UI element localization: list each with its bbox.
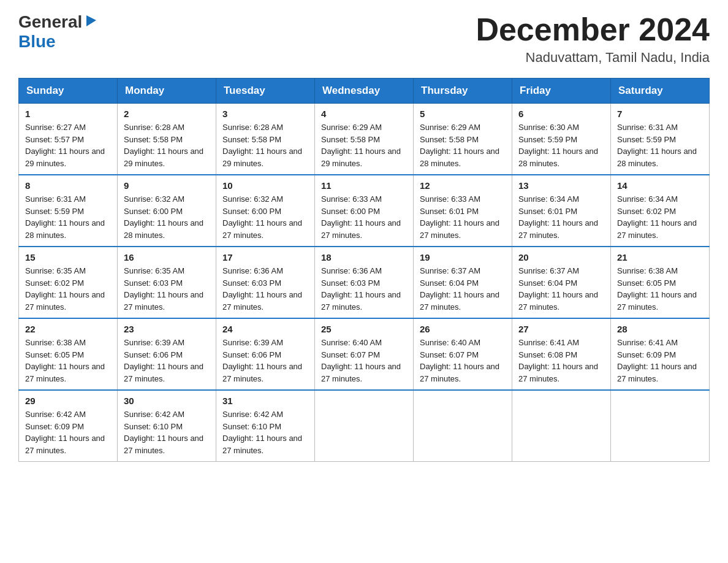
logo-blue-text: Blue [18, 32, 56, 51]
calendar-day-cell: 1 Sunrise: 6:27 AM Sunset: 5:57 PM Dayli… [19, 104, 118, 175]
calendar-day-cell: 21 Sunrise: 6:38 AM Sunset: 6:05 PM Dayl… [611, 247, 710, 318]
day-number: 22 [25, 324, 111, 334]
calendar-day-cell: 20 Sunrise: 6:37 AM Sunset: 6:04 PM Dayl… [512, 247, 611, 318]
calendar-day-cell: 10 Sunrise: 6:32 AM Sunset: 6:00 PM Dayl… [216, 175, 315, 247]
header-monday: Monday [118, 79, 216, 104]
calendar-day-cell: 4 Sunrise: 6:29 AM Sunset: 5:58 PM Dayli… [315, 104, 414, 175]
day-number: 21 [617, 252, 703, 262]
day-number: 28 [617, 324, 703, 334]
calendar-day-cell: 3 Sunrise: 6:28 AM Sunset: 5:58 PM Dayli… [216, 104, 315, 175]
day-info: Sunrise: 6:28 AM Sunset: 5:58 PM Dayligh… [124, 121, 210, 169]
day-info: Sunrise: 6:37 AM Sunset: 6:04 PM Dayligh… [518, 265, 604, 313]
day-number: 31 [222, 396, 308, 406]
calendar-day-cell [414, 390, 512, 462]
day-info: Sunrise: 6:29 AM Sunset: 5:58 PM Dayligh… [420, 121, 506, 169]
day-info: Sunrise: 6:38 AM Sunset: 6:05 PM Dayligh… [617, 265, 703, 313]
day-number: 19 [420, 252, 506, 262]
day-info: Sunrise: 6:42 AM Sunset: 6:10 PM Dayligh… [222, 408, 308, 456]
logo: General Blue [18, 12, 97, 52]
calendar-day-cell: 18 Sunrise: 6:36 AM Sunset: 6:03 PM Dayl… [315, 247, 414, 318]
calendar-day-cell: 29 Sunrise: 6:42 AM Sunset: 6:09 PM Dayl… [19, 390, 118, 462]
calendar-day-cell: 28 Sunrise: 6:41 AM Sunset: 6:09 PM Dayl… [611, 318, 710, 390]
calendar-day-cell: 25 Sunrise: 6:40 AM Sunset: 6:07 PM Dayl… [315, 318, 414, 390]
day-number: 4 [321, 109, 407, 119]
calendar-day-cell: 11 Sunrise: 6:33 AM Sunset: 6:00 PM Dayl… [315, 175, 414, 247]
day-number: 6 [518, 109, 604, 119]
calendar-day-cell: 17 Sunrise: 6:36 AM Sunset: 6:03 PM Dayl… [216, 247, 315, 318]
month-year-title: December 2024 [476, 12, 710, 47]
logo-general-text: General [18, 12, 82, 32]
calendar-day-cell: 30 Sunrise: 6:42 AM Sunset: 6:10 PM Dayl… [118, 390, 216, 462]
day-info: Sunrise: 6:41 AM Sunset: 6:09 PM Dayligh… [617, 337, 703, 385]
logo-triangle-icon [84, 14, 97, 28]
day-info: Sunrise: 6:42 AM Sunset: 6:09 PM Dayligh… [25, 408, 111, 456]
day-number: 14 [617, 180, 703, 191]
calendar-day-cell: 23 Sunrise: 6:39 AM Sunset: 6:06 PM Dayl… [118, 318, 216, 390]
header-friday: Friday [512, 79, 611, 104]
calendar-day-cell: 27 Sunrise: 6:41 AM Sunset: 6:08 PM Dayl… [512, 318, 611, 390]
day-info: Sunrise: 6:42 AM Sunset: 6:10 PM Dayligh… [124, 408, 210, 456]
day-number: 27 [518, 324, 604, 334]
day-info: Sunrise: 6:39 AM Sunset: 6:06 PM Dayligh… [222, 337, 308, 385]
calendar-week-row: 8 Sunrise: 6:31 AM Sunset: 5:59 PM Dayli… [19, 175, 710, 247]
day-info: Sunrise: 6:35 AM Sunset: 6:02 PM Dayligh… [25, 265, 111, 313]
day-info: Sunrise: 6:34 AM Sunset: 6:02 PM Dayligh… [617, 193, 703, 241]
calendar-day-cell: 2 Sunrise: 6:28 AM Sunset: 5:58 PM Dayli… [118, 104, 216, 175]
header-tuesday: Tuesday [216, 79, 315, 104]
calendar-day-cell: 31 Sunrise: 6:42 AM Sunset: 6:10 PM Dayl… [216, 390, 315, 462]
calendar-day-cell: 15 Sunrise: 6:35 AM Sunset: 6:02 PM Dayl… [19, 247, 118, 318]
day-number: 24 [222, 324, 308, 334]
header-sunday: Sunday [19, 79, 118, 104]
day-info: Sunrise: 6:40 AM Sunset: 6:07 PM Dayligh… [420, 337, 506, 385]
day-number: 12 [420, 180, 506, 191]
calendar-day-cell [512, 390, 611, 462]
title-section: December 2024 Naduvattam, Tamil Nadu, In… [476, 12, 710, 66]
calendar-day-cell: 19 Sunrise: 6:37 AM Sunset: 6:04 PM Dayl… [414, 247, 512, 318]
day-info: Sunrise: 6:33 AM Sunset: 6:00 PM Dayligh… [321, 193, 407, 241]
svg-marker-0 [86, 15, 96, 26]
calendar-day-cell: 8 Sunrise: 6:31 AM Sunset: 5:59 PM Dayli… [19, 175, 118, 247]
day-number: 2 [124, 109, 210, 119]
day-number: 15 [25, 252, 111, 262]
day-info: Sunrise: 6:32 AM Sunset: 6:00 PM Dayligh… [222, 193, 308, 241]
calendar-table: SundayMondayTuesdayWednesdayThursdayFrid… [18, 78, 710, 462]
header-saturday: Saturday [611, 79, 710, 104]
day-info: Sunrise: 6:32 AM Sunset: 6:00 PM Dayligh… [124, 193, 210, 241]
calendar-day-cell: 9 Sunrise: 6:32 AM Sunset: 6:00 PM Dayli… [118, 175, 216, 247]
day-info: Sunrise: 6:36 AM Sunset: 6:03 PM Dayligh… [321, 265, 407, 313]
day-info: Sunrise: 6:41 AM Sunset: 6:08 PM Dayligh… [518, 337, 604, 385]
calendar-day-cell: 14 Sunrise: 6:34 AM Sunset: 6:02 PM Dayl… [611, 175, 710, 247]
calendar-day-cell: 12 Sunrise: 6:33 AM Sunset: 6:01 PM Dayl… [414, 175, 512, 247]
header-thursday: Thursday [414, 79, 512, 104]
calendar-day-cell: 16 Sunrise: 6:35 AM Sunset: 6:03 PM Dayl… [118, 247, 216, 318]
day-number: 8 [25, 180, 111, 191]
calendar-week-row: 15 Sunrise: 6:35 AM Sunset: 6:02 PM Dayl… [19, 247, 710, 318]
day-info: Sunrise: 6:36 AM Sunset: 6:03 PM Dayligh… [222, 265, 308, 313]
day-info: Sunrise: 6:31 AM Sunset: 5:59 PM Dayligh… [617, 121, 703, 169]
day-info: Sunrise: 6:31 AM Sunset: 5:59 PM Dayligh… [25, 193, 111, 241]
day-number: 5 [420, 109, 506, 119]
day-number: 17 [222, 252, 308, 262]
day-number: 7 [617, 109, 703, 119]
day-number: 26 [420, 324, 506, 334]
calendar-day-cell: 13 Sunrise: 6:34 AM Sunset: 6:01 PM Dayl… [512, 175, 611, 247]
day-number: 29 [25, 396, 111, 406]
day-info: Sunrise: 6:37 AM Sunset: 6:04 PM Dayligh… [420, 265, 506, 313]
page-header: General Blue December 2024 Naduvattam, T… [18, 12, 710, 66]
day-number: 18 [321, 252, 407, 262]
calendar-week-row: 29 Sunrise: 6:42 AM Sunset: 6:09 PM Dayl… [19, 390, 710, 462]
day-info: Sunrise: 6:39 AM Sunset: 6:06 PM Dayligh… [124, 337, 210, 385]
calendar-day-cell: 7 Sunrise: 6:31 AM Sunset: 5:59 PM Dayli… [611, 104, 710, 175]
calendar-day-cell [611, 390, 710, 462]
day-number: 23 [124, 324, 210, 334]
calendar-day-cell: 6 Sunrise: 6:30 AM Sunset: 5:59 PM Dayli… [512, 104, 611, 175]
day-info: Sunrise: 6:34 AM Sunset: 6:01 PM Dayligh… [518, 193, 604, 241]
day-number: 9 [124, 180, 210, 191]
day-number: 30 [124, 396, 210, 406]
day-info: Sunrise: 6:29 AM Sunset: 5:58 PM Dayligh… [321, 121, 407, 169]
day-number: 25 [321, 324, 407, 334]
calendar-day-cell [315, 390, 414, 462]
day-number: 3 [222, 109, 308, 119]
day-info: Sunrise: 6:27 AM Sunset: 5:57 PM Dayligh… [25, 121, 111, 169]
calendar-day-cell: 22 Sunrise: 6:38 AM Sunset: 6:05 PM Dayl… [19, 318, 118, 390]
